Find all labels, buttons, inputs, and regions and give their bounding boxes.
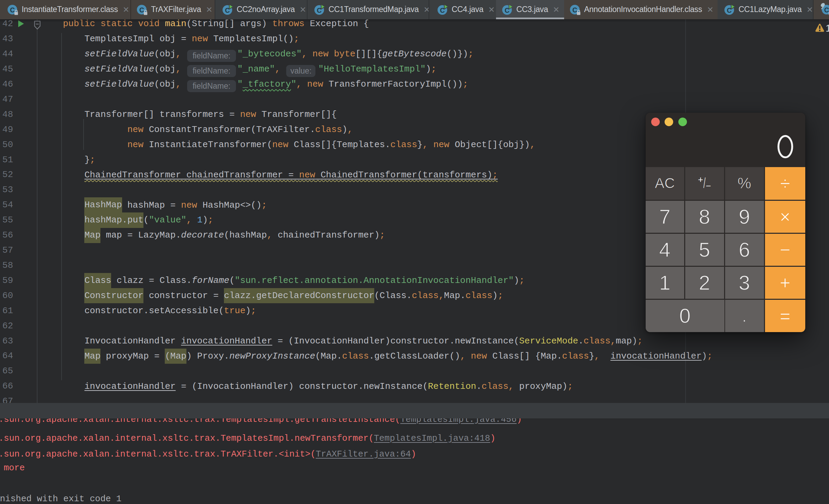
svg-text:C: C — [824, 6, 829, 14]
svg-text:C: C — [10, 6, 15, 14]
svg-text:C: C — [572, 6, 577, 14]
svg-text:C: C — [139, 6, 144, 14]
